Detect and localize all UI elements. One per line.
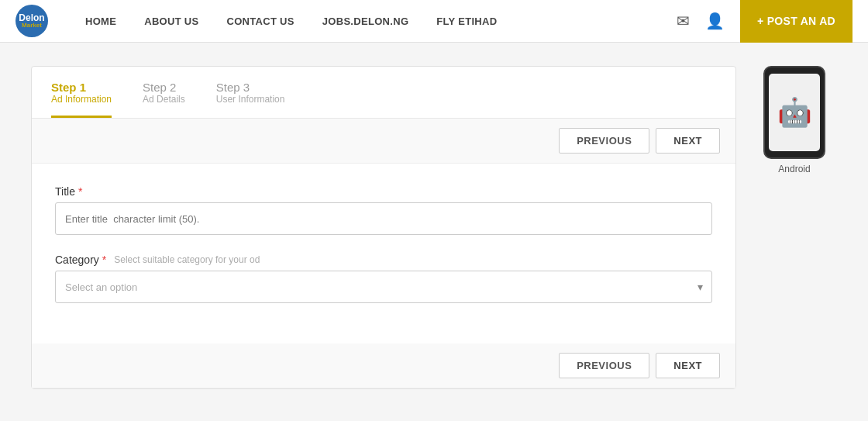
title-input[interactable] [55,202,712,235]
message-icon[interactable]: ✉ [673,8,694,34]
title-field-group: Title * [55,185,712,235]
step-2[interactable]: Step 2 Ad Details [143,81,185,118]
category-hint: Select suitable category for your od [114,254,260,265]
previous-button-top[interactable]: PREVIOUS [559,128,649,154]
nav-jobs[interactable]: JOBS.DELON.NG [308,0,423,43]
top-nav-buttons: PREVIOUS NEXT [32,119,735,164]
logo[interactable]: Delon Market [16,5,48,37]
navbar: Delon Market HOME ABOUT US CONTACT US JO… [0,0,868,43]
android-screen: 🤖 [769,74,820,151]
nav-about[interactable]: ABOUT US [130,0,212,43]
category-label: Category * Select suitable category for … [55,254,712,266]
android-promo: 🤖 Android [752,66,837,389]
logo-circle: Delon Market [16,5,48,37]
category-select-wrapper: Select an option ▾ [55,271,712,303]
step-1-num: Step 1 [51,81,112,94]
title-required: * [78,185,82,198]
next-button-bottom[interactable]: NEXT [656,353,720,378]
steps-header: Step 1 Ad Information Step 2 Ad Details … [32,67,735,119]
nav-fly[interactable]: FLY ETIHAD [422,0,511,43]
step-3[interactable]: Step 3 User Information [216,81,285,118]
nav-icons: ✉ 👤 [673,8,728,34]
post-ad-button[interactable]: + POST AN AD [740,0,852,43]
title-label: Title * [55,185,712,198]
nav-home[interactable]: HOME [71,0,130,43]
android-label: Android [778,164,810,174]
bottom-nav-buttons: PREVIOUS NEXT [32,343,735,388]
previous-button-bottom[interactable]: PREVIOUS [559,353,649,378]
step-1-label: Ad Information [51,94,112,105]
step-2-label: Ad Details [143,94,185,105]
main-content: Step 1 Ad Information Step 2 Ad Details … [0,43,868,412]
form-container: Step 1 Ad Information Step 2 Ad Details … [31,66,736,389]
step-2-num: Step 2 [143,81,185,94]
step-3-num: Step 3 [216,81,285,94]
next-button-top[interactable]: NEXT [656,128,720,154]
category-required: * [102,254,106,266]
user-icon[interactable]: 👤 [701,8,728,34]
nav-links: HOME ABOUT US CONTACT US JOBS.DELON.NG F… [71,0,673,43]
step-3-label: User Information [216,94,285,105]
android-phone: 🤖 [763,66,825,159]
category-field-group: Category * Select suitable category for … [55,254,712,303]
nav-contact[interactable]: CONTACT US [213,0,308,43]
step-1[interactable]: Step 1 Ad Information [51,81,112,118]
android-icon: 🤖 [777,96,812,129]
category-select[interactable]: Select an option [55,271,712,303]
form-fields: Title * Category * Select suitable categ… [32,164,735,343]
